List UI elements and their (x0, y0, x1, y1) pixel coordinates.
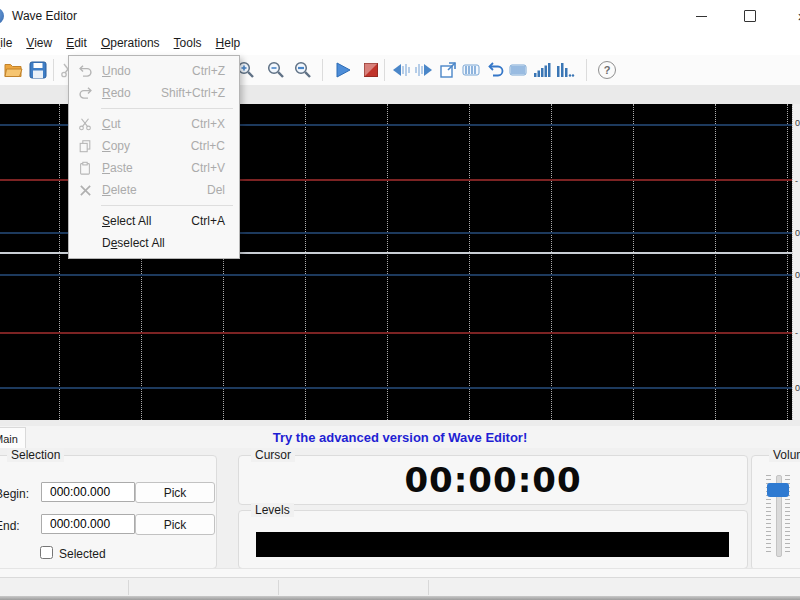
menu-help[interactable]: Help (209, 32, 248, 55)
minimize-icon (696, 16, 707, 17)
undo-button[interactable] (485, 59, 507, 81)
toolbar-separator (53, 59, 54, 81)
channel2-center-line (0, 332, 792, 334)
status-divider (128, 580, 129, 595)
play-button[interactable] (332, 59, 354, 81)
copy-icon (77, 138, 93, 154)
external-window-icon (438, 60, 458, 80)
begin-pick-button[interactable]: Pick (135, 482, 215, 503)
histogram-icon (555, 60, 575, 80)
selection-legend: Selection (7, 448, 64, 462)
close-button[interactable]: × (786, 0, 800, 32)
end-input[interactable] (41, 514, 135, 534)
volume-groupbox: Volume (751, 455, 800, 570)
stop-icon (361, 60, 381, 80)
promo-link[interactable]: Try the advanced version of Wave Editor! (0, 426, 800, 448)
zoom-out-button[interactable] (265, 59, 287, 81)
app-icon (0, 8, 4, 24)
zoom-full-icon (293, 60, 313, 80)
menu-item-redo[interactable]: Redo Shift+Ctrl+Z (69, 82, 239, 104)
volume-legend: Volume (769, 448, 800, 462)
begin-label: Begin: (0, 487, 29, 501)
menu-item-undo[interactable]: Undo Ctrl+Z (69, 60, 239, 82)
window-bottom-edge (0, 596, 800, 600)
save-floppy-icon (28, 60, 48, 80)
save-button[interactable] (27, 59, 49, 81)
external-editor-button[interactable] (437, 59, 459, 81)
stop-button[interactable] (360, 59, 382, 81)
seek-left-wave-icon (391, 60, 411, 80)
menu-item-paste[interactable]: Paste Ctrl+V (69, 157, 239, 179)
menu-file[interactable]: File (0, 32, 19, 55)
delete-icon (77, 182, 93, 198)
toolbar-separator (322, 59, 323, 81)
undo-icon (77, 63, 93, 79)
amplitude-ruler: 0 - 0 0 - 0 (792, 104, 800, 420)
cursor-time-display: 00:00:00 (239, 460, 747, 500)
menu-operations[interactable]: Operations (94, 32, 167, 55)
channel2-level-line (0, 387, 792, 389)
spectrum-view-button[interactable] (460, 59, 482, 81)
edit-menu-dropdown: Undo Ctrl+Z Redo Shift+Ctrl+Z Cut Ctrl+X… (68, 55, 240, 259)
maximize-button[interactable] (734, 0, 766, 32)
menu-item-delete[interactable]: Delete Del (69, 179, 239, 201)
help-icon: ? (598, 61, 616, 79)
spectrogram-view-button[interactable] (507, 59, 529, 81)
zoom-full-button[interactable] (292, 59, 314, 81)
selection-groupbox: Selection Begin: Pick End: Pick Selected (0, 455, 217, 569)
levels-groupbox: Levels (238, 510, 748, 569)
selected-checkbox[interactable] (40, 546, 53, 559)
end-label: End: (0, 519, 20, 533)
menu-item-select-all[interactable]: Select All Ctrl+A (69, 210, 239, 232)
paste-icon (77, 160, 93, 176)
begin-input[interactable] (41, 482, 135, 502)
prev-view-button[interactable] (390, 59, 412, 81)
selected-label: Selected (59, 547, 106, 561)
menu-edit[interactable]: Edit (59, 32, 94, 55)
help-button[interactable]: ? (596, 59, 618, 81)
signal-levels-button[interactable] (531, 59, 553, 81)
open-file-button[interactable] (2, 59, 24, 81)
menu-item-cut[interactable]: Cut Ctrl+X (69, 113, 239, 135)
levels-legend: Levels (251, 503, 294, 517)
wave-editor-window: Wave Editor × File View Edit Operations … (0, 0, 800, 600)
menu-tools[interactable]: Tools (167, 32, 209, 55)
menu-separator (101, 108, 233, 109)
spectrogram-icon (508, 60, 528, 80)
statistics-button[interactable] (554, 59, 576, 81)
app-screen: Wave Editor × File View Edit Operations … (0, 0, 800, 600)
undo-icon (487, 61, 505, 79)
spectrum-icon (461, 60, 481, 80)
bars-ascending-icon (532, 60, 552, 80)
toolbar-separator (586, 59, 587, 81)
channel2-level-line (0, 274, 792, 276)
tab-bar: Main Try the advanced version of Wave Ed… (0, 426, 800, 448)
status-divider (428, 580, 429, 595)
open-folder-icon (3, 60, 23, 80)
seek-right-wave-icon (414, 60, 434, 80)
minimize-button[interactable] (685, 0, 717, 32)
level-meter (256, 532, 729, 557)
menu-item-deselect-all[interactable]: Deselect All (69, 232, 239, 254)
next-view-button[interactable] (413, 59, 435, 81)
menu-view[interactable]: View (19, 32, 59, 55)
cut-icon (77, 116, 93, 132)
toolbar-separator (384, 59, 385, 81)
menu-bar: File View Edit Operations Tools Help (0, 32, 800, 55)
volume-slider-handle[interactable] (767, 483, 789, 497)
menu-separator (101, 205, 233, 206)
maximize-icon (744, 10, 756, 22)
redo-icon (77, 85, 93, 101)
window-title: Wave Editor (12, 9, 77, 23)
menu-item-copy[interactable]: Copy Ctrl+C (69, 135, 239, 157)
play-icon (333, 60, 353, 80)
status-bar (0, 577, 800, 597)
end-pick-button[interactable]: Pick (135, 514, 215, 535)
zoom-out-icon (266, 60, 286, 80)
cursor-groupbox: Cursor 00:00:00 (238, 455, 748, 505)
status-divider (278, 580, 279, 595)
title-bar: Wave Editor × (0, 0, 800, 33)
